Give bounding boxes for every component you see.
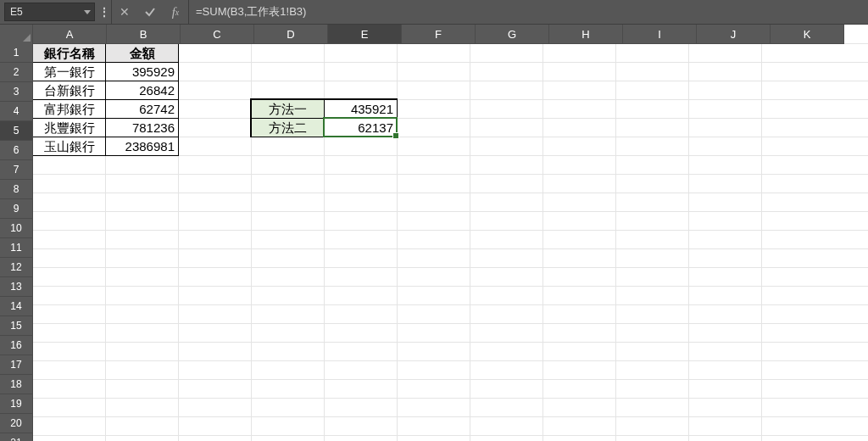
bank-name-cell[interactable]: 台新銀行 — [33, 81, 106, 100]
column-header-I[interactable]: I — [623, 25, 697, 44]
bank-name-cell[interactable]: 富邦銀行 — [33, 100, 106, 119]
column-header-J[interactable]: J — [697, 25, 771, 44]
formula-input[interactable]: =SUM(B3,工作表1!B3) — [188, 0, 868, 24]
bank-amount-cell[interactable]: 781236 — [106, 119, 179, 137]
row-header-12[interactable]: 12 — [0, 258, 33, 277]
row-header-21[interactable]: 21 — [0, 433, 33, 441]
row-header-14[interactable]: 14 — [0, 297, 33, 316]
column-header-K[interactable]: K — [771, 25, 844, 44]
cancel-icon[interactable]: ✕ — [112, 0, 137, 24]
bank-table-header-amount[interactable]: 金額 — [106, 44, 179, 63]
row-header-3[interactable]: 3 — [0, 82, 33, 102]
formula-text: =SUM(B3,工作表1!B3) — [196, 4, 306, 20]
row-header-20[interactable]: 20 — [0, 414, 33, 433]
bank-table: 銀行名稱金額第一銀行395929台新銀行26842富邦銀行62742兆豐銀行78… — [31, 42, 179, 156]
cell-grid[interactable]: 銀行名稱金額第一銀行395929台新銀行26842富邦銀行62742兆豐銀行78… — [32, 43, 868, 441]
name-box-value: E5 — [10, 6, 23, 18]
separator-icon: ⋮ — [97, 0, 111, 24]
bank-table-header-name[interactable]: 銀行名稱 — [33, 44, 106, 63]
column-header-B[interactable]: B — [107, 25, 181, 44]
row-header-8[interactable]: 8 — [0, 180, 33, 199]
column-header-C[interactable]: C — [181, 25, 254, 44]
bank-amount-cell[interactable]: 62742 — [106, 100, 179, 119]
row-header-5[interactable]: 5 — [0, 121, 33, 141]
row-header-10[interactable]: 10 — [0, 219, 33, 238]
method-value-cell[interactable]: 62137 — [325, 119, 398, 137]
spreadsheet: ABCDEFGHIJK 1234567891011121314151617181… — [0, 25, 868, 441]
column-header-E[interactable]: E — [328, 25, 402, 44]
bank-name-cell[interactable]: 第一銀行 — [33, 63, 106, 81]
row-header-13[interactable]: 13 — [0, 277, 33, 297]
row-header-11[interactable]: 11 — [0, 238, 33, 258]
row-header-19[interactable]: 19 — [0, 394, 33, 414]
column-header-D[interactable]: D — [254, 25, 328, 44]
bank-name-cell[interactable]: 玉山銀行 — [33, 137, 106, 156]
method-label-cell[interactable]: 方法二 — [252, 119, 325, 137]
fx-icon[interactable]: fx — [163, 0, 188, 24]
row-header-15[interactable]: 15 — [0, 316, 33, 336]
column-header-F[interactable]: F — [402, 25, 476, 44]
method-table: 方法一435921方法二62137 — [250, 98, 398, 137]
formula-buttons: ✕ fx — [111, 0, 188, 24]
bank-name-cell[interactable]: 兆豐銀行 — [33, 119, 106, 137]
method-value-cell[interactable]: 435921 — [325, 100, 398, 119]
formula-bar: E5 ⋮ ✕ fx =SUM(B3,工作表1!B3) — [0, 0, 868, 25]
row-header-1[interactable]: 1 — [0, 43, 33, 63]
row-header-18[interactable]: 18 — [0, 375, 33, 394]
column-header-G[interactable]: G — [476, 25, 549, 44]
bank-amount-cell[interactable]: 2386981 — [106, 137, 179, 156]
row-header-9[interactable]: 9 — [0, 199, 33, 219]
row-header-16[interactable]: 16 — [0, 336, 33, 355]
row-headers: 123456789101112131415161718192021 — [0, 43, 32, 441]
column-headers: ABCDEFGHIJK — [0, 25, 844, 43]
method-label-cell[interactable]: 方法一 — [252, 100, 325, 119]
row-header-6[interactable]: 6 — [0, 141, 33, 160]
row-header-2[interactable]: 2 — [0, 63, 33, 82]
name-box[interactable]: E5 — [4, 3, 95, 21]
select-all-button[interactable] — [0, 25, 33, 44]
row-header-4[interactable]: 4 — [0, 102, 33, 121]
name-box-wrap: E5 — [0, 0, 97, 24]
chevron-down-icon[interactable] — [84, 10, 91, 14]
row-header-17[interactable]: 17 — [0, 355, 33, 375]
bank-amount-cell[interactable]: 395929 — [106, 63, 179, 81]
column-header-A[interactable]: A — [33, 25, 107, 44]
enter-icon[interactable] — [137, 0, 163, 24]
column-header-H[interactable]: H — [549, 25, 623, 44]
bank-amount-cell[interactable]: 26842 — [106, 81, 179, 100]
row-header-7[interactable]: 7 — [0, 160, 33, 180]
